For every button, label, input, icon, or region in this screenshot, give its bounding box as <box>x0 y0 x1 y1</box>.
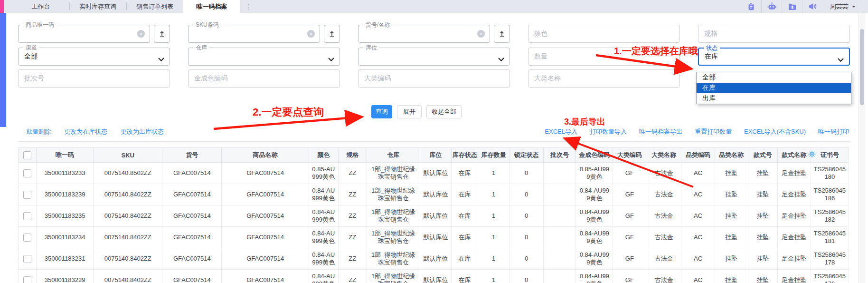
item-no-name-input[interactable]: 货号/名称 × <box>358 25 490 43</box>
row-checkbox[interactable] <box>23 212 31 220</box>
robot-icon[interactable] <box>761 0 782 13</box>
table-cell: 古法金 <box>646 184 681 205</box>
batch-no-input[interactable]: 批次号 <box>18 69 170 88</box>
upload-button[interactable] <box>494 25 510 43</box>
table-cell: 0.84-AU999黄色 <box>309 270 338 283</box>
table-cell: GFAC007514 <box>162 248 222 270</box>
table-cell: 挂坠 <box>715 227 748 248</box>
upload-button[interactable] <box>154 25 170 43</box>
action-link[interactable]: EXCEL导入(不含SKU) <box>744 127 806 136</box>
expand-button[interactable]: 展开 <box>397 105 422 118</box>
table-cell: 350001183235 <box>37 205 94 227</box>
tab-more-icon[interactable]: ⋮ <box>240 0 256 13</box>
warehouse-select[interactable]: 仓库 <box>188 48 340 66</box>
table-cell: 足金挂坠 <box>777 205 811 227</box>
status-option[interactable]: 在库 <box>697 83 851 93</box>
table-cell: 在库 <box>451 163 478 184</box>
table-cell: GFAC007514 <box>222 184 309 205</box>
select-all-checkbox[interactable] <box>23 151 31 159</box>
clipboard-icon[interactable] <box>741 0 761 13</box>
action-link[interactable]: 唯一码打印 <box>818 127 849 136</box>
select-all-header-cell <box>19 148 37 163</box>
table-cell <box>544 163 576 184</box>
column-settings-gear-icon[interactable] <box>808 150 816 160</box>
search-button[interactable]: 查询 <box>371 105 392 118</box>
table-cell: 足金挂坠 <box>777 270 811 283</box>
action-link[interactable]: 批量删除 <box>26 127 51 136</box>
unique-code-field: 商品唯一码 × <box>18 25 170 43</box>
table-cell <box>544 270 576 283</box>
vertical-scrollbar[interactable] <box>859 13 865 283</box>
table-cell: 在库 <box>451 205 478 227</box>
table-cell: GF <box>613 163 646 184</box>
table-cell: GF <box>613 270 646 283</box>
location-select[interactable]: 库位 <box>358 48 510 66</box>
table-cell: 0 <box>509 184 544 205</box>
channel-select[interactable]: 渠道 全部 <box>18 48 170 66</box>
row-checkbox[interactable] <box>23 234 31 242</box>
table-cell: AC <box>681 205 715 227</box>
spec-input[interactable]: 规格 <box>698 25 850 43</box>
folder-transfer-icon[interactable] <box>782 0 802 13</box>
topbar-tab[interactable]: 销售订单列表 <box>126 0 183 13</box>
topbar-tab[interactable]: 实时库存查询 <box>69 0 126 13</box>
action-link[interactable]: 更改为在库状态 <box>64 127 107 136</box>
action-link[interactable]: 更改为出库状态 <box>121 127 164 136</box>
row-checkbox-cell <box>19 248 37 270</box>
color-input[interactable]: 颜色 <box>528 25 680 43</box>
row-checkbox[interactable] <box>23 191 31 199</box>
table-cell: 0.85-AU999黄色 <box>576 163 613 184</box>
category-code-input[interactable]: 大类编码 <box>358 69 510 88</box>
annotation-step1: 1.一定要选择在库哦 <box>614 45 698 58</box>
inventory-table: 唯一码SKU货号商品名称颜色规格仓库库位库存状态库存数量锁定状态批次号金成色编码… <box>18 147 849 283</box>
item-no-name-field: 货号/名称 × <box>358 25 510 43</box>
clear-icon[interactable]: × <box>137 30 145 38</box>
clear-icon[interactable]: × <box>477 30 485 38</box>
table-cell: ZZ <box>338 184 367 205</box>
collapse-all-button[interactable]: 收起全部 <box>426 105 462 118</box>
user-menu[interactable]: 周芸芸 <box>830 2 856 11</box>
unique-code-input[interactable]: 商品唯一码 × <box>18 25 150 43</box>
table-cell: 挂坠 <box>748 248 777 270</box>
table-cell: 0075140.8402ZZ <box>94 227 162 248</box>
sku-barcode-input[interactable]: SKU条码 × <box>188 25 320 43</box>
announcement-icon[interactable] <box>802 0 822 13</box>
column-header: 金成色编码 <box>576 148 613 163</box>
action-link[interactable]: EXCEL导入 <box>545 127 577 136</box>
color-field: 颜色 <box>528 25 680 43</box>
action-link[interactable]: 重置打印数量 <box>695 127 732 136</box>
row-checkbox[interactable] <box>23 169 31 177</box>
status-option[interactable]: 全部 <box>697 72 851 83</box>
clear-icon[interactable]: × <box>307 30 315 38</box>
category-name-input[interactable]: 大类名称 <box>528 69 680 88</box>
table-cell: 足金挂坠 <box>777 248 811 270</box>
table-cell: 1部_得物世纪缘珠宝销售仓 <box>367 205 420 227</box>
row-checkbox-cell <box>19 184 37 205</box>
action-link[interactable]: 打印数量导入 <box>590 127 627 136</box>
column-header: 锁定状态 <box>509 148 544 163</box>
row-checkbox-cell <box>19 227 37 248</box>
table-cell: 350001183233 <box>37 163 94 184</box>
table-cell: 0 <box>509 270 544 283</box>
app-screen: 工作台实时库存查询销售订单列表唯一码档案 ⋮ 周芸芸 商品唯一码 <box>0 0 868 283</box>
action-link[interactable]: 唯一码档案导出 <box>639 127 682 136</box>
topbar-tab[interactable]: 唯一码档案 <box>183 0 240 13</box>
left-blue-panel-strip[interactable] <box>0 13 6 127</box>
table-cell: 0075140.8402ZZ <box>94 248 162 270</box>
status-select[interactable]: 状态 在库 <box>698 48 850 66</box>
table-cell: TS2586045178 <box>811 248 849 270</box>
scrollbar-thumb[interactable] <box>860 29 864 105</box>
gold-color-code-input[interactable]: 金成色编码 <box>188 69 340 88</box>
table-cell <box>544 205 576 227</box>
row-checkbox[interactable] <box>23 255 31 263</box>
table-cell: 0075140.8402ZZ <box>94 270 162 283</box>
table-cell: GF <box>613 227 646 248</box>
upload-button[interactable] <box>324 25 340 43</box>
topbar-tab[interactable]: 工作台 <box>12 0 69 13</box>
row-checkbox[interactable] <box>23 276 31 283</box>
table-cell: 古法金 <box>646 163 681 184</box>
warehouse-label: 仓库 <box>193 44 209 51</box>
status-option[interactable]: 出库 <box>697 93 851 104</box>
row-checkbox-cell <box>19 270 37 283</box>
table-row: 3500011832340075140.8402ZZGFAC007514GFAC… <box>19 227 849 248</box>
